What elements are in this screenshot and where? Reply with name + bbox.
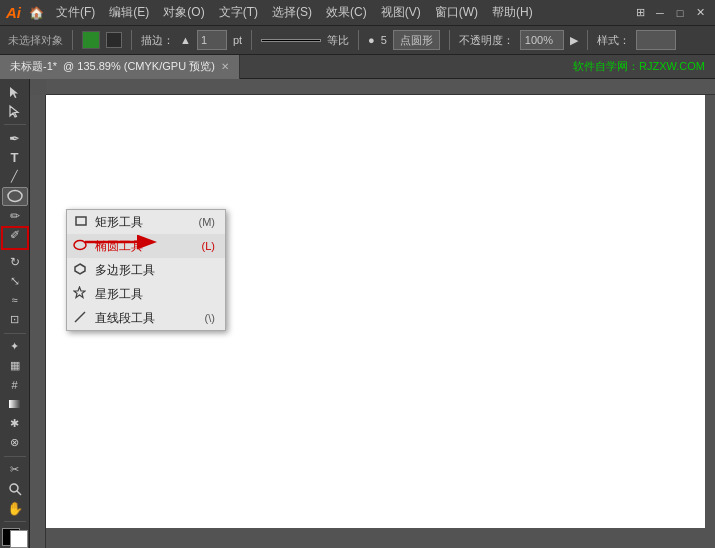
line-tool[interactable]: ╱ (2, 168, 28, 186)
toolbar-divider-1 (4, 124, 26, 125)
graph-tool[interactable]: ▦ (2, 357, 28, 375)
svg-point-7 (74, 240, 86, 249)
type-tool[interactable]: T (2, 148, 28, 166)
tab-name: 未标题-1* (10, 59, 57, 74)
title-bar: Ai 🏠 文件(F) 编辑(E) 对象(O) 文字(T) 选择(S) 效果(C)… (0, 0, 715, 25)
paintbrush-tool[interactable]: ✏ (2, 207, 28, 225)
svg-marker-8 (75, 264, 85, 274)
shape-tool[interactable] (2, 187, 28, 206)
ellipse-tool-label: 椭圆工具 (95, 238, 143, 255)
svg-marker-9 (74, 287, 85, 298)
stroke-arrow-up[interactable]: ▲ (180, 34, 191, 46)
toolbar-divider-5 (4, 521, 26, 522)
svg-line-5 (17, 491, 21, 495)
polygon-tool-label: 多边形工具 (95, 262, 155, 279)
eyedropper-tool[interactable]: ✱ (2, 415, 28, 433)
slice-tool[interactable]: ✂ (2, 461, 28, 479)
star-tool-label: 星形工具 (95, 286, 143, 303)
opacity-label: 不透明度： (459, 33, 514, 48)
menu-select[interactable]: 选择(S) (266, 2, 318, 23)
tab-bar: 未标题-1* @ 135.89% (CMYK/GPU 预览) ✕ 软件自学网：R… (0, 55, 715, 79)
rect-icon (75, 215, 87, 229)
fill-color[interactable] (82, 31, 100, 49)
stroke-label: 描边： (141, 33, 174, 48)
close-icon[interactable]: ✕ (691, 4, 709, 22)
symbol-tool[interactable]: ✦ (2, 338, 28, 356)
hand-tool[interactable]: ✋ (2, 499, 28, 517)
grid-icon[interactable]: ⊞ (631, 4, 649, 22)
ratio-label: 等比 (327, 33, 349, 48)
app-logo: Ai (6, 4, 21, 21)
menu-help[interactable]: 帮助(H) (486, 2, 539, 23)
separator-4 (358, 30, 359, 50)
point-count-label: ● (368, 34, 375, 46)
maximize-icon[interactable]: □ (671, 4, 689, 22)
zoom-tool[interactable] (2, 480, 28, 498)
menu-item-line[interactable]: 直线段工具 (\) (67, 306, 225, 330)
window-controls: ⊞ ─ □ ✕ (631, 4, 709, 22)
menu-window[interactable]: 窗口(W) (429, 2, 484, 23)
stroke-line[interactable] (261, 39, 321, 42)
line-seg-icon (74, 311, 86, 326)
menu-file[interactable]: 文件(F) (50, 2, 101, 23)
separator-5 (449, 30, 450, 50)
toolbar-divider-4 (4, 456, 26, 457)
selection-tool[interactable] (2, 83, 28, 101)
star-icon (73, 286, 86, 302)
menu-text[interactable]: 文字(T) (213, 2, 264, 23)
color-boxes[interactable] (2, 528, 28, 548)
menu-bar: 文件(F) 编辑(E) 对象(O) 文字(T) 选择(S) 效果(C) 视图(V… (50, 2, 539, 23)
stroke-color[interactable] (106, 32, 122, 48)
website-label: 软件自学网：RJZXW.COM (573, 59, 715, 74)
menu-item-ellipse[interactable]: 椭圆工具 (L) (67, 234, 225, 258)
pen-tool[interactable]: ✒ (2, 129, 28, 147)
tab-info: @ 135.89% (CMYK/GPU 预览) (63, 59, 215, 74)
separator-3 (251, 30, 252, 50)
opacity-arrow[interactable]: ▶ (570, 34, 578, 47)
toolbar: ✒ T ╱ ✏ ✐ ↻ ⤡ ≈ ⊡ ✦ ▦ # ✱ ⊗ ✂ ✋ (0, 79, 30, 548)
menu-edit[interactable]: 编辑(E) (103, 2, 155, 23)
background-color[interactable] (10, 530, 28, 548)
toolbar-divider-2 (4, 248, 26, 249)
menu-item-rect[interactable]: 矩形工具 (M) (67, 210, 225, 234)
polygon-icon (74, 263, 86, 278)
direct-selection-tool[interactable] (2, 102, 28, 120)
horizontal-ruler (46, 79, 715, 95)
svg-line-10 (75, 312, 85, 322)
free-transform-tool[interactable]: ⊡ (2, 311, 28, 329)
separator-6 (587, 30, 588, 50)
point-count-value: 5 (381, 34, 387, 46)
separator-2 (131, 30, 132, 50)
menu-item-star[interactable]: 星形工具 (67, 282, 225, 306)
style-value[interactable] (636, 30, 676, 50)
rotate-tool[interactable]: ↻ (2, 253, 28, 271)
svg-marker-0 (10, 87, 18, 98)
mesh-tool[interactable]: # (2, 376, 28, 394)
context-menu: 矩形工具 (M) 椭圆工具 (L) 多边形工具 (66, 209, 226, 331)
rect-tool-shortcut: (M) (199, 216, 216, 228)
vertical-ruler (30, 95, 46, 548)
point-shape[interactable]: 点圆形 (393, 30, 440, 50)
menu-object[interactable]: 对象(O) (157, 2, 210, 23)
opacity-value[interactable]: 100% (520, 30, 564, 50)
svg-rect-6 (76, 217, 86, 225)
style-label: 样式： (597, 33, 630, 48)
gradient-tool[interactable] (2, 395, 28, 413)
menu-effect[interactable]: 效果(C) (320, 2, 373, 23)
warp-tool[interactable]: ≈ (2, 291, 28, 309)
document-tab[interactable]: 未标题-1* @ 135.89% (CMYK/GPU 预览) ✕ (0, 55, 240, 79)
stroke-value[interactable] (197, 30, 227, 50)
canvas-area: 矩形工具 (M) 椭圆工具 (L) 多边形工具 (30, 79, 715, 548)
svg-marker-1 (10, 106, 18, 117)
home-icon[interactable]: 🏠 (29, 6, 44, 20)
pencil-tool[interactable]: ✐ (2, 226, 28, 244)
menu-item-polygon[interactable]: 多边形工具 (67, 258, 225, 282)
stroke-unit: pt (233, 34, 242, 46)
minimize-icon[interactable]: ─ (651, 4, 669, 22)
scale-tool[interactable]: ⤡ (2, 272, 28, 290)
blend-tool[interactable]: ⊗ (2, 434, 28, 452)
menu-view[interactable]: 视图(V) (375, 2, 427, 23)
svg-rect-3 (9, 400, 21, 408)
rect-tool-label: 矩形工具 (95, 214, 143, 231)
tab-close-button[interactable]: ✕ (221, 61, 229, 72)
